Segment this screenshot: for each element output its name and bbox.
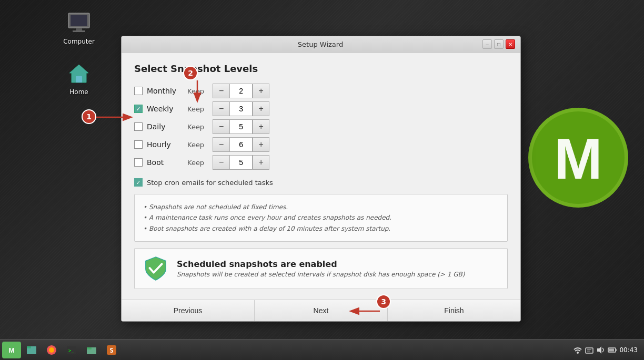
mint-taskbar-icon: M: [6, 344, 17, 356]
mint-logo-watermark: M: [526, 105, 636, 215]
minimize-button[interactable]: –: [482, 39, 492, 49]
terminal-icon: >_: [66, 344, 77, 356]
monthly-increment[interactable]: +: [253, 84, 269, 98]
dialog-footer: Previous Next Finish: [122, 300, 520, 321]
svg-rect-1: [71, 15, 87, 26]
boot-checkbox[interactable]: [134, 158, 143, 167]
files-icon: [26, 344, 37, 356]
battery-icon: [608, 345, 617, 355]
files-button[interactable]: [22, 342, 41, 358]
hourly-increment[interactable]: +: [253, 137, 269, 152]
close-button[interactable]: ✕: [506, 39, 515, 49]
taskbar-right: 00:43: [573, 345, 642, 355]
monthly-keep-label: Keep: [187, 87, 204, 95]
status-shield-icon: [143, 256, 168, 281]
daily-increment[interactable]: +: [253, 119, 269, 134]
daily-input[interactable]: [229, 119, 253, 134]
monthly-row: Monthly Keep − +: [134, 84, 508, 98]
svg-rect-33: [609, 348, 614, 351]
boot-decrement[interactable]: −: [213, 155, 229, 170]
app-button[interactable]: S: [102, 342, 121, 358]
computer-icon[interactable]: Computer: [58, 11, 100, 45]
daily-label: Daily: [147, 122, 181, 131]
daily-number-control: − +: [213, 119, 269, 134]
finish-button[interactable]: Finish: [388, 300, 520, 321]
status-title: Scheduled snapshots are enabled: [177, 259, 465, 269]
svg-text:M: M: [554, 126, 602, 191]
computer-icon-img: [67, 12, 90, 34]
weekly-keep-label: Keep: [187, 105, 204, 113]
weekly-number-control: − +: [213, 101, 269, 116]
monthly-decrement[interactable]: −: [213, 84, 229, 98]
cron-row: Stop cron emails for scheduled tasks: [134, 178, 508, 187]
svg-rect-2: [76, 28, 82, 30]
home-icon-img: [67, 63, 90, 85]
dialog-title: Setup Wizard: [158, 40, 482, 48]
cron-label: Stop cron emails for scheduled tasks: [147, 179, 273, 187]
desktop-icons: Computer Home: [58, 11, 100, 96]
clock: 00:43: [619, 346, 638, 354]
shield-svg: [144, 256, 167, 281]
status-box: Scheduled snapshots are enabled Snapshot…: [134, 248, 508, 289]
annotation-2: 2: [183, 66, 198, 80]
hourly-checkbox[interactable]: [134, 140, 143, 149]
boot-keep-label: Keep: [187, 159, 204, 167]
volume-icon: [596, 345, 606, 355]
hourly-row: Hourly Keep − +: [134, 137, 508, 152]
status-subtitle: Snapshots will be created at selected in…: [177, 271, 465, 278]
previous-button[interactable]: Previous: [122, 300, 255, 321]
monthly-number-control: − +: [213, 84, 269, 98]
daily-row: Daily Keep − +: [134, 119, 508, 134]
setup-wizard-dialog: Setup Wizard – □ ✕ Select Snapshot Level…: [121, 36, 521, 322]
mint-menu-button[interactable]: M: [2, 342, 21, 358]
cron-checkbox[interactable]: [134, 178, 143, 187]
status-text: Scheduled snapshots are enabled Snapshot…: [177, 259, 465, 278]
hourly-keep-label: Keep: [187, 141, 204, 149]
daily-decrement[interactable]: −: [213, 119, 229, 134]
hourly-input[interactable]: [229, 137, 253, 152]
svg-rect-5: [76, 76, 82, 83]
weekly-decrement[interactable]: −: [213, 101, 229, 116]
firefox-button[interactable]: [42, 342, 61, 358]
monthly-label: Monthly: [147, 87, 181, 95]
dialog-titlebar: Setup Wizard – □ ✕: [122, 36, 520, 53]
svg-text:M: M: [9, 346, 15, 354]
svg-point-20: [49, 347, 54, 353]
annotation-3: 3: [376, 294, 391, 309]
boot-increment[interactable]: +: [253, 155, 269, 170]
weekly-label: Weekly: [147, 105, 181, 113]
svg-point-27: [577, 352, 579, 354]
hourly-decrement[interactable]: −: [213, 137, 229, 152]
boot-input[interactable]: [229, 155, 253, 170]
network-icon: [585, 345, 594, 355]
daily-checkbox[interactable]: [134, 122, 143, 131]
monthly-input[interactable]: [229, 84, 253, 98]
next-button[interactable]: Next: [255, 300, 388, 321]
firefox-icon: [46, 344, 57, 356]
titlebar-controls: – □ ✕: [482, 39, 515, 49]
app-icon: S: [106, 344, 117, 356]
annotation-1: 1: [82, 109, 96, 124]
terminal-button[interactable]: >_: [62, 342, 81, 358]
svg-text:S: S: [109, 347, 113, 354]
monthly-checkbox[interactable]: [134, 87, 143, 95]
hourly-label: Hourly: [147, 140, 181, 149]
weekly-checkbox[interactable]: [134, 105, 143, 113]
maximize-button[interactable]: □: [494, 39, 504, 49]
info-line-1: Snapshots are not scheduled at fixed tim…: [143, 202, 499, 212]
weekly-input[interactable]: [229, 101, 253, 116]
taskbar: M >_: [0, 339, 644, 360]
weekly-increment[interactable]: +: [253, 101, 269, 116]
home-label: Home: [69, 88, 88, 96]
filemanager-button[interactable]: [82, 342, 101, 358]
computer-label: Computer: [63, 38, 95, 45]
desktop: Computer Home M 1: [0, 0, 644, 360]
mint-logo-svg: M: [526, 105, 631, 210]
dialog-body: Select Snapshot Levels Monthly Keep − +: [122, 53, 520, 300]
wifi-icon: [573, 345, 582, 355]
home-folder-icon[interactable]: Home: [58, 61, 100, 96]
boot-number-control: − +: [213, 155, 269, 170]
svg-text:>_: >_: [68, 348, 74, 353]
svg-rect-18: [27, 346, 31, 348]
svg-rect-3: [73, 30, 85, 32]
